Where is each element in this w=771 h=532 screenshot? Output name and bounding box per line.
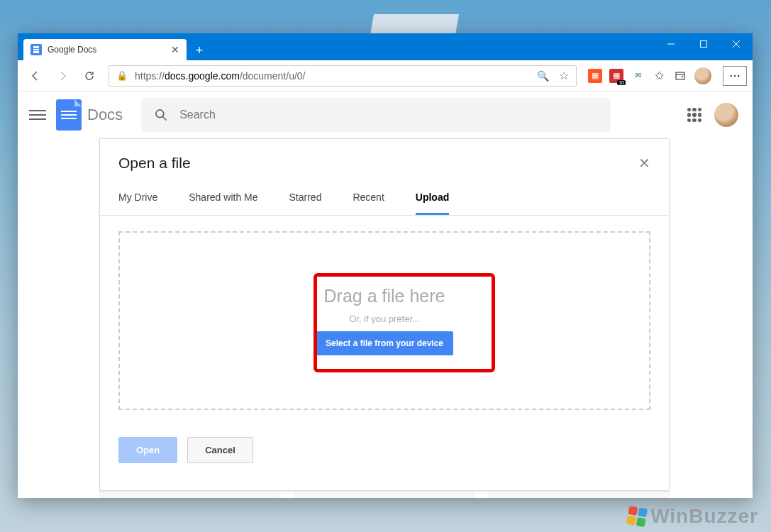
svg-line-9 bbox=[163, 117, 167, 121]
svg-rect-4 bbox=[676, 72, 684, 79]
docs-logo-icon bbox=[56, 99, 82, 131]
docs-logo-text: Docs bbox=[87, 106, 123, 124]
open-file-dialog: Open a file ✕ My Drive Shared with Me St… bbox=[99, 138, 670, 491]
titlebar: Google Docs ✕ + bbox=[18, 33, 753, 60]
dialog-title: Open a file bbox=[118, 155, 191, 172]
tab-starred[interactable]: Starred bbox=[289, 192, 322, 215]
extensions-row: ▦ ▦10 ✉ ✩ ⋯ bbox=[588, 66, 747, 86]
background-documents bbox=[99, 491, 670, 498]
url-text: https://docs.google.com/document/u/0/ bbox=[135, 70, 530, 82]
google-apps-icon[interactable] bbox=[687, 108, 701, 122]
open-button[interactable]: Open bbox=[118, 437, 177, 463]
favorites-list-icon[interactable]: ✩ bbox=[652, 69, 666, 83]
window-controls bbox=[655, 33, 753, 55]
new-tab-button[interactable]: + bbox=[189, 40, 209, 60]
dialog-close-icon[interactable]: ✕ bbox=[638, 155, 650, 172]
docs-header: Docs bbox=[18, 92, 753, 138]
tab-title: Google Docs bbox=[48, 45, 165, 55]
search-box[interactable] bbox=[141, 98, 611, 132]
select-file-button[interactable]: Select a file from your device bbox=[316, 331, 453, 355]
tab-recent[interactable]: Recent bbox=[353, 192, 384, 215]
drop-zone[interactable]: Drag a file here Or, if you prefer... Se… bbox=[118, 231, 650, 410]
tab-strip: Google Docs ✕ + bbox=[18, 39, 655, 60]
maximize-button[interactable] bbox=[687, 33, 720, 55]
extension-icon[interactable]: ✉ bbox=[631, 69, 645, 83]
main-menu-icon[interactable] bbox=[29, 110, 46, 120]
more-options-button[interactable]: ⋯ bbox=[723, 66, 747, 86]
minimize-button[interactable] bbox=[655, 33, 687, 55]
lock-icon: 🔒 bbox=[116, 70, 128, 81]
tab-upload[interactable]: Upload bbox=[416, 192, 449, 215]
account-avatar-icon[interactable] bbox=[714, 103, 738, 127]
profile-avatar-icon[interactable] bbox=[694, 67, 711, 84]
zoom-icon[interactable]: 🔍 bbox=[537, 70, 549, 82]
watermark-text: WinBuzzer bbox=[650, 505, 758, 528]
close-window-button[interactable] bbox=[720, 33, 753, 55]
watermark-icon bbox=[626, 506, 648, 527]
search-input[interactable] bbox=[179, 109, 598, 121]
url-box[interactable]: 🔒 https://docs.google.com/document/u/0/ … bbox=[109, 65, 577, 87]
back-button[interactable] bbox=[23, 64, 48, 88]
browser-tab[interactable]: Google Docs ✕ bbox=[23, 39, 187, 60]
tab-close-icon[interactable]: ✕ bbox=[171, 44, 179, 55]
address-bar: 🔒 https://docs.google.com/document/u/0/ … bbox=[18, 60, 753, 92]
forward-button[interactable] bbox=[50, 64, 74, 88]
watermark: WinBuzzer bbox=[628, 505, 758, 528]
extension-icon[interactable]: ▦10 bbox=[609, 69, 623, 83]
svg-rect-1 bbox=[701, 41, 707, 48]
cancel-button[interactable]: Cancel bbox=[187, 437, 253, 463]
favorite-icon[interactable]: ☆ bbox=[559, 69, 569, 82]
refresh-button[interactable] bbox=[77, 64, 101, 88]
collections-icon[interactable] bbox=[673, 69, 687, 83]
tab-my-drive[interactable]: My Drive bbox=[118, 192, 157, 215]
extension-icon[interactable]: ▦ bbox=[588, 69, 602, 83]
search-icon bbox=[154, 108, 168, 122]
page-area: Open a file ✕ My Drive Shared with Me St… bbox=[18, 138, 753, 498]
tab-shared-with-me[interactable]: Shared with Me bbox=[189, 192, 257, 215]
drop-subtitle: Or, if you prefer... bbox=[349, 314, 420, 324]
docs-favicon-icon bbox=[30, 44, 42, 55]
browser-window: Google Docs ✕ + 🔒 https://docs.google.co… bbox=[18, 33, 753, 498]
svg-point-8 bbox=[156, 110, 164, 118]
docs-logo[interactable]: Docs bbox=[56, 99, 123, 131]
dialog-tabs: My Drive Shared with Me Starred Recent U… bbox=[100, 179, 669, 216]
drop-title: Drag a file here bbox=[324, 286, 445, 306]
